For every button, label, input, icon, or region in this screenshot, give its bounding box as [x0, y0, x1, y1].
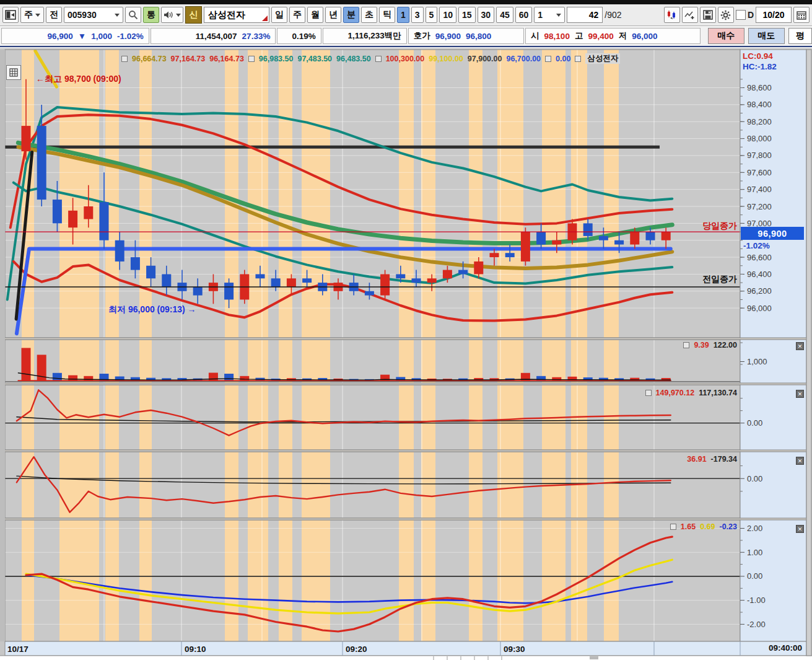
stock-name-field[interactable]: 삼성전자 — [204, 7, 269, 23]
legend-value: -0.23 — [720, 522, 738, 531]
settings-button[interactable] — [718, 7, 734, 23]
legend-value: -179.34 — [711, 455, 737, 464]
legend-checkbox[interactable] — [575, 56, 581, 62]
svg-text:0.00: 0.00 — [747, 474, 762, 483]
stock-code-combo[interactable]: 005930 — [64, 7, 123, 23]
legend-value: 97,900.00 — [468, 55, 502, 63]
bid-price: 96,900 — [435, 32, 461, 41]
interval-3-button[interactable]: 3 — [411, 7, 424, 23]
legend-checkbox[interactable] — [375, 56, 382, 62]
mode-second-button[interactable]: 초 — [361, 7, 377, 23]
date-input[interactable]: 10/20 — [756, 7, 792, 23]
volume-legend: 9.39122.00 — [683, 341, 737, 350]
session-low-annotation: 최저 96,000 (09:13) → — [108, 304, 196, 315]
svg-text:97,400: 97,400 — [747, 185, 772, 194]
legend-checkbox[interactable] — [248, 56, 255, 62]
sound-button[interactable] — [161, 7, 183, 23]
svg-text:98,600: 98,600 — [747, 83, 772, 92]
svg-text:98,000: 98,000 — [747, 134, 772, 143]
legend-checkbox[interactable] — [545, 56, 551, 62]
panel-layout-button[interactable] — [2, 7, 19, 23]
svg-text:97,600: 97,600 — [747, 168, 772, 177]
save-button[interactable] — [700, 7, 716, 23]
interval-1-button[interactable]: 1 — [397, 7, 409, 23]
chevron-down-icon — [35, 14, 40, 17]
period-day-button[interactable]: 일 — [271, 7, 287, 23]
indicator4-legend: 1.650.69-0.23 — [670, 522, 737, 531]
mode-minute-button[interactable]: 분 — [343, 7, 359, 23]
draw-tools-button[interactable] — [682, 7, 698, 23]
avg-button[interactable]: 평 — [788, 28, 812, 44]
interval-15-button[interactable]: 15 — [458, 7, 476, 23]
interval-60-button[interactable]: 60 — [515, 7, 533, 23]
last-price: 96,900 — [48, 32, 73, 41]
legend-checkbox[interactable] — [645, 390, 652, 396]
low-channel-label: LC:0.94 — [743, 51, 773, 61]
trade-value: 1,116,233백만 — [323, 28, 407, 44]
legend-value: 117,130.74 — [699, 389, 737, 397]
bar-count-input[interactable]: 42 — [567, 7, 603, 23]
quote-bar: 96,900 ▼ 1,000 -1.02% 11,454,007 27.33% … — [0, 26, 812, 47]
ohl-summary: 시 98,100 고 99,400 저 96,000 — [525, 28, 701, 44]
legend-value: 100,300.00 — [386, 55, 425, 63]
legend-checkbox[interactable] — [670, 524, 676, 530]
legend-value: 97,164.73 — [171, 55, 206, 63]
trading-app-window: 주 전 005930 통 신 삼성전자 일 주 월 년 분 초 틱 1 3 5 … — [0, 0, 812, 660]
chevron-down-icon — [115, 14, 120, 17]
buy-button[interactable]: 매수 — [708, 28, 744, 44]
bar-count-total: /902 — [605, 10, 621, 20]
close-indicator3-pane-button[interactable]: ✕ — [796, 457, 804, 465]
corner-triangle-icon — [262, 15, 268, 21]
legend-checkbox[interactable] — [683, 342, 689, 348]
svg-text:09:20: 09:20 — [346, 645, 367, 654]
calendar-icon — [797, 11, 806, 20]
chart-style-value: 주 — [24, 9, 33, 20]
chart-canvas[interactable]: 98,60098,40098,20098,00097,80097,60097,4… — [0, 48, 812, 660]
legend-value: 149,970.12 — [656, 389, 695, 397]
period-month-button[interactable]: 월 — [307, 7, 323, 23]
legend-value: 96,700.00 — [506, 55, 541, 63]
chart-region[interactable]: 98,60098,40098,20098,00097,80097,60097,4… — [0, 48, 812, 660]
price-summary: 96,900 ▼ 1,000 -1.02% — [1, 28, 149, 44]
order-on-chart-button[interactable] — [664, 7, 680, 23]
speaker-icon — [164, 11, 173, 19]
svg-text:1.00: 1.00 — [747, 548, 762, 557]
volume-summary: 11,454,007 27.33% — [151, 28, 276, 44]
custom-interval-combo[interactable]: 1 — [534, 7, 565, 23]
calendar-button[interactable] — [793, 7, 810, 23]
close-indicator2-pane-button[interactable]: ✕ — [796, 390, 804, 398]
high-label: 고 — [575, 30, 583, 42]
close-volume-pane-button[interactable]: ✕ — [796, 342, 804, 350]
chart-style-select[interactable]: 주 — [20, 7, 44, 23]
ask-price: 96,800 — [466, 32, 491, 41]
chart-grid-button[interactable] — [6, 65, 21, 80]
hoga-quotes: 호가 96,900 96,800 — [408, 28, 524, 44]
chevron-down-icon — [556, 14, 561, 17]
legend-value: 9.39 — [694, 341, 709, 350]
open-label: 시 — [531, 30, 539, 42]
sell-button[interactable]: 매도 — [748, 28, 785, 44]
prev-close-label: 전일종가 — [702, 274, 737, 285]
legend-value: 96,164.73 — [209, 55, 244, 63]
interval-10-button[interactable]: 10 — [439, 7, 456, 23]
d-checkbox[interactable] — [736, 10, 746, 20]
svg-text:1,000: 1,000 — [747, 357, 767, 366]
legend-checkbox[interactable] — [121, 56, 128, 62]
indicator2-legend: 149,970.12117,130.74 — [645, 389, 737, 397]
interval-45-button[interactable]: 45 — [496, 7, 513, 23]
jeon-button[interactable]: 전 — [46, 7, 62, 23]
interval-30-button[interactable]: 30 — [478, 7, 495, 23]
interval-5-button[interactable]: 5 — [426, 7, 438, 23]
main-legend: 96,664.7397,164.7396,164.7396,983.5097,4… — [121, 53, 620, 64]
current-price-badge: 96,900 — [741, 227, 804, 240]
period-year-button[interactable]: 년 — [325, 7, 341, 23]
tong-button[interactable]: 통 — [143, 7, 159, 23]
search-button[interactable] — [125, 7, 141, 23]
svg-text:10/17: 10/17 — [7, 645, 28, 654]
close-indicator4-pane-button[interactable]: ✕ — [796, 525, 804, 533]
period-week-button[interactable]: 주 — [289, 7, 305, 23]
legend-value: 122.00 — [714, 341, 737, 350]
mode-tick-button[interactable]: 틱 — [379, 7, 395, 23]
svg-text:98,200: 98,200 — [747, 117, 772, 126]
hoga-label: 호가 — [414, 30, 430, 42]
